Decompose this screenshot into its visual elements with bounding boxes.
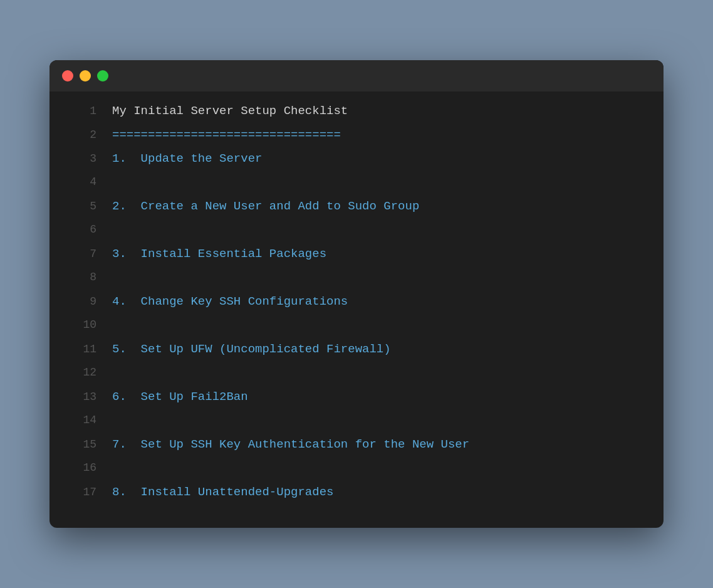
line-number: 13 [68,391,96,403]
code-line: 6 [49,223,664,247]
code-line: 136. Set Up Fail2Ban [49,390,664,414]
line-text: 7. Set Up SSH Key Authentication for the… [112,438,469,451]
code-line: 94. Change Key SSH Configurations [49,295,664,318]
line-number: 6 [68,223,96,236]
code-line: 2================================ [49,128,664,152]
line-text: 5. Set Up UFW (Uncomplicated Firewall) [112,342,391,356]
line-text: 1. Update the Server [112,152,262,165]
line-text: 4. Change Key SSH Configurations [112,295,348,308]
code-line: 12 [49,366,664,390]
line-number: 17 [68,486,96,498]
line-number: 3 [68,152,96,165]
line-text: 2. Create a New User and Add to Sudo Gro… [112,199,419,213]
code-line: 16 [49,461,664,485]
code-line: 4 [49,176,664,199]
minimize-button[interactable] [80,70,91,81]
line-number: 12 [68,366,96,379]
terminal-window: 1My Initial Server Setup Checklist2=====… [49,60,664,528]
code-line: 14 [49,414,664,438]
line-number: 8 [68,271,96,283]
line-number: 1 [68,105,96,117]
line-number: 14 [68,414,96,426]
line-number: 10 [68,318,96,331]
line-number: 9 [68,295,96,308]
line-number: 15 [68,438,96,451]
code-line: 31. Update the Server [49,152,664,176]
title-bar [49,60,664,92]
line-number: 16 [68,461,96,474]
code-line: 1My Initial Server Setup Checklist [49,104,664,128]
code-line: 8 [49,271,664,295]
line-number: 2 [68,129,96,141]
code-line: 10 [49,318,664,342]
line-text: ================================ [112,128,341,142]
code-line: 73. Install Essential Packages [49,247,664,271]
line-text: 3. Install Essential Packages [112,247,326,261]
line-number: 4 [68,176,96,188]
code-line: 178. Install Unattended-Upgrades [49,485,664,509]
close-button[interactable] [62,70,73,81]
code-line: 52. Create a New User and Add to Sudo Gr… [49,199,664,223]
code-line: 157. Set Up SSH Key Authentication for t… [49,438,664,461]
code-content: 1My Initial Server Setup Checklist2=====… [49,92,664,528]
maximize-button[interactable] [97,70,108,81]
line-number: 11 [68,343,96,355]
line-number: 5 [68,200,96,213]
line-number: 7 [68,248,96,260]
line-text: 8. Install Unattended-Upgrades [112,485,333,499]
line-text: My Initial Server Setup Checklist [112,104,348,118]
line-text: 6. Set Up Fail2Ban [112,390,248,404]
code-line: 115. Set Up UFW (Uncomplicated Firewall) [49,342,664,366]
